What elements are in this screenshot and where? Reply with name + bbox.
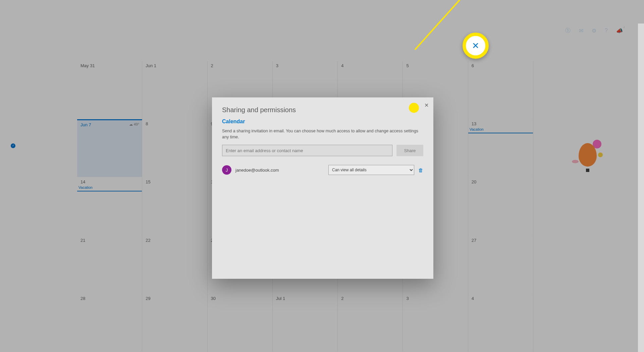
scrollbar[interactable]	[638, 24, 644, 352]
share-entry-email: janedoe@outlook.com	[235, 168, 324, 173]
sharing-modal: ✕ Sharing and permissions Calendar Send …	[212, 97, 433, 279]
close-icon: ✕	[472, 41, 479, 51]
delete-icon[interactable]: 🗑	[418, 167, 423, 173]
share-confirm-button[interactable]: Share	[396, 145, 423, 156]
modal-subhead: Calendar	[222, 119, 423, 125]
annotation-dot	[409, 103, 419, 113]
share-email-input[interactable]	[222, 145, 392, 156]
modal-title: Sharing and permissions	[222, 106, 423, 114]
modal-description: Send a sharing invitation in email. You …	[222, 128, 423, 140]
share-entry-row: J janedoe@outlook.com Can view all detai…	[222, 165, 423, 175]
permission-select[interactable]: Can view all details	[328, 165, 414, 175]
modal-close-button[interactable]: ✕	[424, 102, 429, 108]
share-entry-avatar: J	[222, 165, 231, 175]
annotation-circle: ✕	[463, 33, 489, 59]
